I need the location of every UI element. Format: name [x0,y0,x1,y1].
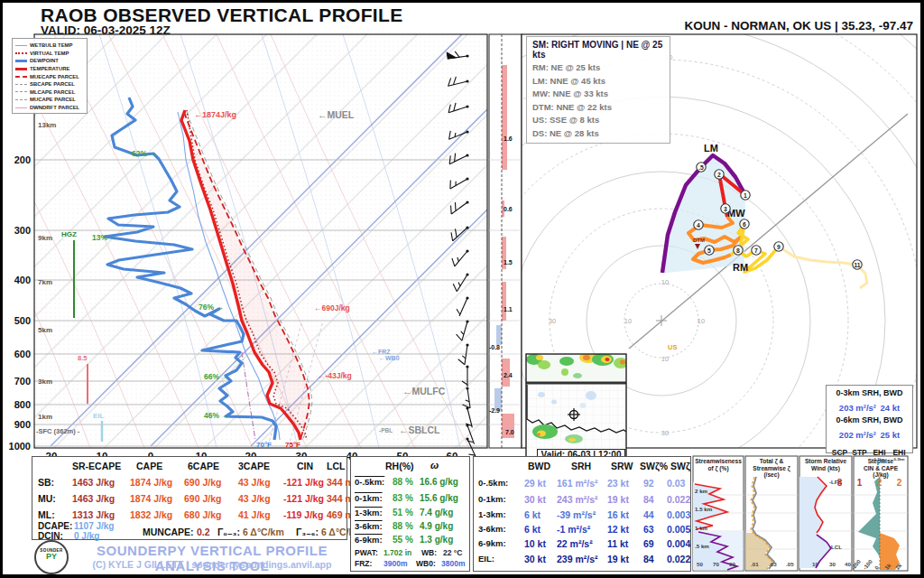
ehi1-header: EHI [870,448,890,457]
layer-label: 3-6km: [355,521,383,531]
layer-label: 0-1km: [478,494,506,504]
row-label: MU: [38,493,56,504]
tick: 30 [829,561,836,567]
rh-76: 76% → [199,303,224,312]
legend-label: WETBULB TEMP [30,42,72,48]
rh-13: 13% → [92,233,117,242]
col-header: 6CAPE [188,461,219,471]
mini4-title: Stepwise CIN & CAPE (J/kg) [854,458,908,479]
surface-label: -SFC (362m) - [36,427,80,435]
swz-6-9: 0.004 [667,538,690,549]
frz-stat-label: FRZ: [355,559,372,568]
srh-6-9: 22 m²/s² [557,538,593,549]
legend-label: MUECAPE PARCEL [30,74,79,79]
dewpoint-legend-swatch [15,60,27,62]
col-header: SRW [611,461,633,471]
rh-table: RH(%) ω 0-.5km: 88 % 16.6 g/kg 0-1km: 83… [350,456,470,572]
svg-text:800: 800 [14,399,31,410]
legend-label: TEMPERATURE [30,66,69,71]
srh-bwd-box: 0-3km SRH, BWD 203 m²/s² 24 kt 0-6km SRH… [826,385,913,453]
shear-table: BWD SRH SRW SWζ% SWζ 0-.5km: 29 kt 161 m… [473,456,691,572]
legend-label: DWNDRFT PARCEL [30,105,79,110]
swz-0-1: 0.022 [667,494,690,505]
swz-3-6: 0.005 [667,524,690,535]
rh-66: 66% → [204,372,229,381]
cape6-label: ←690J/kg [314,303,350,312]
srh-0-3-value: 203 m²/s² [839,403,876,413]
svg-text:10: 10 [698,317,705,325]
ml-srecape: 1313 J/kg [72,509,115,520]
dcin-value: 0 J/kg [74,531,99,541]
mw-line: MW: NNE @ 33 kts [532,88,664,101]
layer-label: EIL: [478,554,494,564]
swzp-eil: 84 [643,554,654,564]
srh-0-05: 161 m²/s² [557,478,598,489]
srh-3-6: -1 m²/s² [557,524,590,535]
svg-text:.5: .5 [698,164,704,171]
tick: .05 [786,561,794,567]
mini2-title: Total ζ & Streamwise ζ (/sec) [745,458,798,479]
swzp-0-1: 84 [643,494,654,505]
col-header: SWζ [670,461,690,471]
layer-label: 1-3km: [478,509,506,519]
svg-text:700: 700 [14,376,31,387]
temperature-legend-swatch [15,68,27,70]
stp-header: STP [850,448,870,457]
legend-label: SBCAPE PARCEL [30,81,75,87]
srh-0-6-value: 202 m²/s² [839,430,876,440]
pwat-value: 1.702 in [383,548,411,557]
svg-text:7.0: 7.0 [505,429,514,435]
svg-text:200: 200 [14,154,31,165]
sb-6cape: 690 J/kg [184,477,221,488]
w-0-1: 15.6 g/kg [420,493,458,503]
svg-text:30: 30 [661,429,669,437]
svg-text:-2.9: -2.9 [489,407,500,414]
srh-0-3-label: 0-3km SRH, BWD [827,387,912,398]
swzp-6-9: 69 [643,538,654,549]
sb-srecape: 1463 J/kg [72,477,115,488]
sb-cin: -121 J/kg [283,477,324,488]
sblcl-label: ←SBLCL [399,424,440,435]
mlcape-legend-swatch [15,91,27,92]
sbcape-legend-swatch [15,84,27,85]
dtm-line: DTM: NNE @ 22 kts [532,101,664,115]
muncape-value: 0.2 [197,527,210,537]
muecape-legend-swatch [15,76,27,78]
svg-text:7: 7 [754,247,758,254]
rh-0-05: 88 % [393,477,413,487]
svg-text:5: 5 [707,247,711,254]
mu-3cape: 43 J/kg [238,493,271,504]
srw-0-05: 23 kt [607,478,629,489]
wb0-value: 3800m [441,559,465,568]
ml-cin: -119 J/kg [283,509,323,520]
pwat-label: PWAT: [355,548,378,557]
muel-label: ←MUEL [318,109,355,120]
lapse36-label: Γ₃₋₆: [296,527,319,537]
svg-text:400: 400 [14,275,31,285]
wb0-label: ←WB0 [379,355,400,361]
col-header: CIN [297,461,313,471]
skewt-legend: WETBULB TEMP VIRTUAL TEMP DEWPOINT TEMPE… [12,38,88,114]
svg-text:600: 600 [14,349,31,359]
frz-label: ←FRZ [372,349,391,355]
logo-text-bottom: PY [36,553,67,560]
legend-label: VIRTUAL TEMP [30,51,69,56]
sfc-temp-f: 75°F [285,441,300,449]
svg-text:1.6: 1.6 [504,135,513,142]
radar-blobs-top [526,352,628,383]
bwd-0-3-value: 24 kt [880,403,900,413]
sb-3cape: 43 J/kg [238,477,271,488]
srh-1-3: -39 m²/s² [557,509,596,520]
lcl-tag: -LCL [829,544,842,550]
svg-text:5km: 5km [38,326,52,334]
sounderpy-logo: SOUNDER PY [34,540,69,574]
ehi3-header: EHI [890,448,910,457]
svg-text:500: 500 [14,315,31,326]
swz-0-05: 0.03 [667,478,685,489]
rm-line: RM: NE @ 25 kts [532,61,664,75]
lapse03-label: Γ₀₋₃: [217,527,240,537]
swzp-1-3: 44 [643,509,654,520]
cape-max-label: ←1874J/kg [194,110,236,119]
svg-text:2.4: 2.4 [504,372,513,378]
muncape-label: MUNCAPE: [143,527,194,537]
